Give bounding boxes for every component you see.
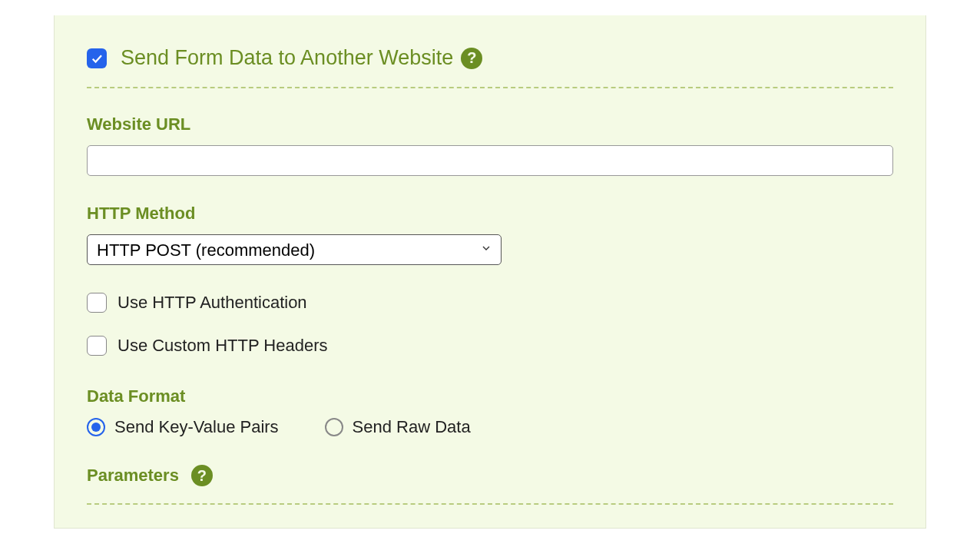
website-url-label: Website URL: [87, 114, 893, 134]
use-custom-headers-checkbox[interactable]: [87, 336, 107, 356]
use-custom-headers-row: Use Custom HTTP Headers: [87, 336, 893, 356]
help-icon[interactable]: ?: [461, 48, 482, 69]
data-format-label: Data Format: [87, 386, 893, 406]
divider: [87, 503, 893, 505]
panel-header: Send Form Data to Another Website ?: [87, 46, 893, 70]
website-url-input[interactable]: [87, 145, 893, 176]
data-format-radios: Send Key-Value Pairs Send Raw Data: [87, 417, 893, 437]
data-format-raw-radio[interactable]: [325, 418, 343, 436]
use-http-auth-checkbox[interactable]: [87, 293, 107, 313]
check-icon: [90, 51, 104, 65]
http-method-label: HTTP Method: [87, 204, 893, 224]
data-format-kv-item: Send Key-Value Pairs: [87, 417, 279, 437]
panel-title: Send Form Data to Another Website: [121, 46, 453, 70]
use-custom-headers-label: Use Custom HTTP Headers: [118, 336, 327, 356]
parameters-label: Parameters: [87, 466, 179, 486]
radio-dot-icon: [91, 423, 101, 432]
send-form-data-checkbox[interactable]: [87, 48, 107, 68]
divider: [87, 87, 893, 88]
use-http-auth-label: Use HTTP Authentication: [118, 293, 307, 313]
http-method-select-wrap: HTTP POST (recommended): [87, 234, 502, 265]
data-format-kv-radio[interactable]: [87, 418, 105, 436]
parameters-label-row: Parameters ?: [87, 465, 893, 486]
use-http-auth-row: Use HTTP Authentication: [87, 293, 893, 313]
panel-title-row: Send Form Data to Another Website ?: [121, 46, 482, 70]
send-form-data-panel: Send Form Data to Another Website ? Webs…: [54, 15, 926, 529]
data-format-kv-label: Send Key-Value Pairs: [114, 417, 279, 437]
data-format-raw-label: Send Raw Data: [353, 417, 471, 437]
help-icon[interactable]: ?: [191, 465, 213, 486]
data-format-raw-item: Send Raw Data: [325, 417, 471, 437]
http-method-select[interactable]: HTTP POST (recommended): [87, 234, 502, 265]
